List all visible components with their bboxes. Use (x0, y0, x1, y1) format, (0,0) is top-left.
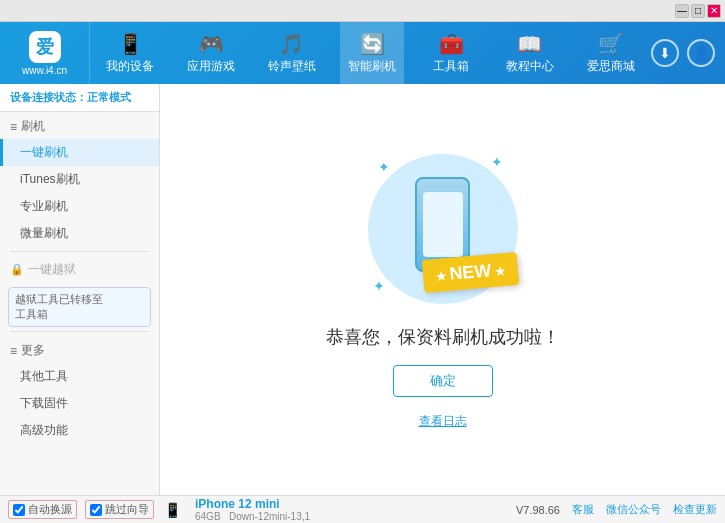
sidebar-item-pro-flash[interactable]: 专业刷机 (0, 193, 159, 220)
user-btn[interactable]: 👤 (687, 39, 715, 67)
logo-text: www.i4.cn (22, 65, 67, 76)
nav-apps-games[interactable]: 🎮 应用游戏 (179, 22, 243, 84)
sparkle-1: ✦ (378, 159, 390, 175)
sidebar-section-more: ≡ 更多 (0, 336, 159, 363)
sidebar-item-download-firmware[interactable]: 下载固件 (0, 390, 159, 417)
phone-container: ✦ ✦ ✦ NEW (363, 149, 523, 309)
bottom-bar: 自动换源 跳过向导 📱 iPhone 12 mini 64GB Down-12m… (0, 495, 725, 523)
more-section-icon: ≡ (10, 344, 17, 358)
update-btn[interactable]: 检查更新 (673, 502, 717, 517)
flash-section-icon: ≡ (10, 120, 17, 134)
sparkle-2: ✦ (491, 154, 503, 170)
lock-icon: 🔒 (10, 263, 24, 276)
auto-source-input[interactable] (13, 504, 25, 516)
nav-tutorials[interactable]: 📖 教程中心 (498, 22, 562, 84)
main-layout: 设备连接状态：正常模式 ≡ 刷机 一键刷机 iTunes刷机 专业刷机 微量刷机… (0, 84, 725, 495)
ringtones-icon: 🎵 (279, 32, 304, 56)
maximize-btn[interactable]: □ (691, 4, 705, 18)
my-device-icon: 📱 (118, 32, 143, 56)
locked-jailbreak: 🔒 一键越狱 (0, 256, 159, 283)
download-btn[interactable]: ⬇ (651, 39, 679, 67)
toolbox-icon: 🧰 (439, 32, 464, 56)
nav-ringtones[interactable]: 🎵 铃声壁纸 (260, 22, 324, 84)
device-name: iPhone 12 mini (195, 497, 310, 511)
content-area: ✦ ✦ ✦ NEW 恭喜您，保资料刷机成功啦！ 确定 查看日志 (160, 84, 725, 495)
tutorials-icon: 📖 (517, 32, 542, 56)
status-bar: 设备连接状态：正常模式 (0, 84, 159, 112)
service-link[interactable]: 客服 (572, 502, 594, 517)
separator-icon: 📱 (164, 502, 181, 518)
nav-items: 📱 我的设备 🎮 应用游戏 🎵 铃声壁纸 🔄 智能刷机 🧰 工具箱 📖 教程中心… (90, 22, 651, 84)
skip-guide-checkbox[interactable]: 跳过向导 (85, 500, 154, 519)
jailbreak-notice: 越狱工具已转移至 工具箱 (8, 287, 151, 327)
sidebar-section-flash: ≡ 刷机 (0, 112, 159, 139)
nav-right: ⬇ 👤 (651, 39, 725, 67)
phone-screen (423, 192, 463, 257)
device-info: iPhone 12 mini 64GB Down-12mini-13,1 (195, 497, 310, 522)
sidebar-item-itunes-flash[interactable]: iTunes刷机 (0, 166, 159, 193)
nav-mall[interactable]: 🛒 爱思商城 (579, 22, 643, 84)
nav-toolbox[interactable]: 🧰 工具箱 (421, 22, 481, 84)
new-ribbon: NEW (422, 252, 519, 293)
title-bar: — □ ✕ (0, 0, 725, 22)
view-log-link[interactable]: 查看日志 (419, 413, 467, 430)
mall-icon: 🛒 (598, 32, 623, 56)
notice-text: 越狱工具已转移至 工具箱 (15, 292, 103, 322)
sidebar-item-one-click-flash[interactable]: 一键刷机 (0, 139, 159, 166)
sidebar: 设备连接状态：正常模式 ≡ 刷机 一键刷机 iTunes刷机 专业刷机 微量刷机… (0, 84, 160, 495)
apps-games-icon: 🎮 (199, 32, 224, 56)
version-label: V7.98.66 (516, 504, 560, 516)
logo[interactable]: 爱 www.i4.cn (0, 22, 90, 84)
logo-icon: 爱 (29, 31, 61, 63)
sidebar-item-advanced[interactable]: 高级功能 (0, 417, 159, 444)
bottom-right: V7.98.66 客服 微信公众号 检查更新 (516, 502, 717, 517)
success-text: 恭喜您，保资料刷机成功啦！ (326, 325, 560, 349)
sidebar-divider-1 (10, 251, 149, 252)
sparkle-3: ✦ (373, 278, 385, 294)
sidebar-item-other-tools[interactable]: 其他工具 (0, 363, 159, 390)
close-btn[interactable]: ✕ (707, 4, 721, 18)
wechat-link[interactable]: 微信公众号 (606, 502, 661, 517)
nav-my-device[interactable]: 📱 我的设备 (98, 22, 162, 84)
confirm-button[interactable]: 确定 (393, 365, 493, 397)
sidebar-item-micro-flash[interactable]: 微量刷机 (0, 220, 159, 247)
nav-smart-flash[interactable]: 🔄 智能刷机 (340, 22, 404, 84)
success-illustration: ✦ ✦ ✦ NEW 恭喜您，保资料刷机成功啦！ 确定 查看日志 (326, 149, 560, 430)
device-sub: 64GB Down-12mini-13,1 (195, 511, 310, 522)
skip-guide-input[interactable] (90, 504, 102, 516)
header: 爱 www.i4.cn 📱 我的设备 🎮 应用游戏 🎵 铃声壁纸 🔄 智能刷机 … (0, 22, 725, 84)
smart-flash-icon: 🔄 (360, 32, 385, 56)
auto-source-checkbox[interactable]: 自动换源 (8, 500, 77, 519)
minimize-btn[interactable]: — (675, 4, 689, 18)
sidebar-divider-2 (10, 331, 149, 332)
